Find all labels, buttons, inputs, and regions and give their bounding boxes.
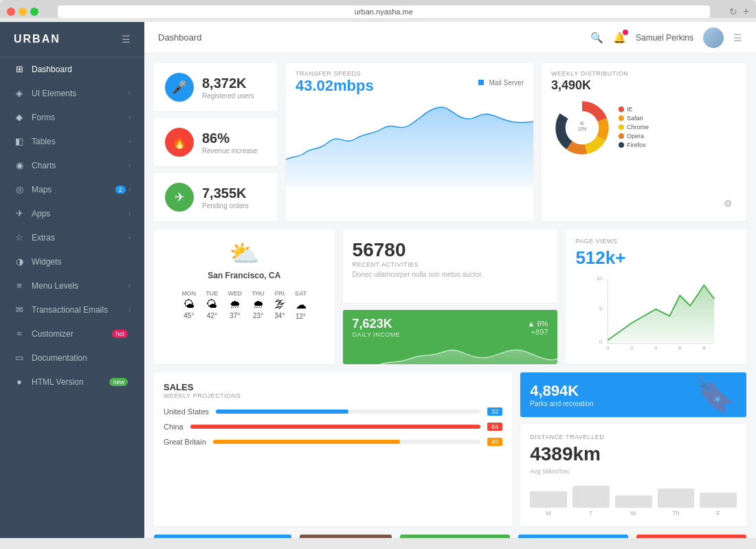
stat-info: 7,355K Pending orders [202,186,267,210]
chevron-right-icon: › [129,137,131,145]
header-menu-icon[interactable]: ☰ [733,32,742,43]
search-icon[interactable]: 🔍 [590,32,603,44]
maximize-button[interactable] [30,8,38,16]
pv-chart: 10 5 0 0 2 4 6 8 [575,271,737,356]
avatar[interactable] [703,27,724,48]
sidebar-item-apps[interactable]: ✈ Apps › [0,201,144,225]
sales-badge: 64 [487,423,502,431]
docs-icon: ▭ [14,352,25,363]
sidebar-item-ui-elements[interactable]: ◈ UI Elements › [0,81,144,105]
income-header: 7,623K DAILY INCOME ▲ 6% +897 [343,310,558,345]
sidebar-item-customizer[interactable]: ≈ Customizer hot [0,322,144,346]
sidebar-item-tables[interactable]: ◧ Tables › [0,129,144,153]
forecast-wed: WED 🌧 37° [227,290,242,320]
sales-bar-container [213,440,480,444]
svg-text:2: 2 [630,345,634,351]
sales-bar-container [190,425,480,429]
transfer-label: TRANSFER SPEEDS [296,70,374,77]
sales-bar [216,410,348,414]
minimize-button[interactable] [19,8,27,16]
sidebar-item-label: Widgets [32,257,131,267]
sidebar-item-label: Apps [32,209,129,219]
new-tab-button[interactable]: + [743,5,749,18]
settings-icon[interactable]: ⚙ [724,198,733,209]
distance-value: 4389km [530,443,737,465]
temperature-card: 14°C SAN FRANCISCO, CA 🌦 [300,535,392,538]
svg-text:0: 0 [606,345,610,351]
sidebar-item-label: Tables [32,137,129,146]
donut-chart: IE 15% [551,97,613,159]
sales-bar-container [216,410,480,414]
sidebar-item-charts[interactable]: ◉ Charts › [0,153,144,177]
row-3: SALES WEEKLY PROJECTIONS United States 3… [154,372,746,526]
refresh-icon[interactable]: ↻ [729,6,737,17]
chevron-right-icon: › [129,89,131,97]
chevron-right-icon: › [129,282,131,289]
sidebar-item-transactional-emails[interactable]: ✉ Transactional Emails › [0,298,144,322]
main-content: Dashboard 🔍 🔔 Samuel Perkins ☰ [144,22,756,538]
weather-card: ⛅ San Francisco, CA MON 🌤 45° TUE 🌤 42° [154,229,335,364]
row-1: 🎤 8,372K Registered users 🔥 86% Revenue … [154,63,746,221]
dist-bar-m [530,491,567,508]
sidebar-item-extras[interactable]: ☆ Extras › [0,225,144,249]
sidebar-item-forms[interactable]: ◆ Forms › [0,105,144,129]
dashboard-body: 🎤 8,372K Registered users 🔥 86% Revenue … [144,54,756,538]
close-button[interactable] [7,8,15,16]
stat-value: 8,372K [202,76,267,91]
sidebar-item-html-version[interactable]: ● HTML Version new [0,370,144,394]
sidebar-item-widgets[interactable]: ◑ Widgets [0,249,144,273]
email-icon: ✉ [14,304,25,315]
country-label: United States [164,407,209,416]
sidebar-item-label: Maps [32,185,115,194]
chevron-right-icon: › [129,234,131,241]
transfer-speeds-card: TRANSFER SPEEDS 43.02mbps Mail Server [286,63,533,221]
sales-item-china: China 64 [164,423,502,431]
sidebar-item-dashboard[interactable]: ⊞ Dashboard [0,57,144,81]
sales-card: SALES WEEKLY PROJECTIONS United States 3… [154,372,512,526]
sales-subtitle: WEEKLY PROJECTIONS [164,392,502,399]
extras-icon: ☆ [14,232,25,243]
sidebar-item-label: Dashboard [32,65,131,74]
distance-label: Distance travelled [530,434,737,440]
sidebar-item-label: HTML Version [32,377,109,387]
transfer-value: 43.02mbps [296,77,374,95]
hamburger-menu[interactable]: ☰ [122,34,131,45]
widgets-icon: ◑ [14,256,25,267]
income-chart [343,345,558,364]
sidebar-nav: ⊞ Dashboard ◈ UI Elements › ◆ Forms › ◧ … [0,57,144,538]
maps-icon: ◎ [14,184,25,194]
dist-label: WEEKLY DISTRIBUTION [551,70,737,77]
failed-stat-card: 28 FAILED [636,535,746,538]
tables-icon: ◧ [14,136,25,146]
sidebar-item-documentation[interactable]: ▭ Documentation [0,346,144,370]
sidebar-item-label: Documentation [32,353,131,363]
dashboard-icon: ⊞ [14,64,25,74]
hot-badge: hot [112,330,128,338]
url-bar[interactable]: urban.nyasha.me [58,5,710,18]
ui-elements-icon: ◈ [14,88,25,98]
transfer-chart [286,98,533,221]
window-controls [7,8,38,16]
revenue-icon: 🔥 [165,128,194,157]
dist-bar-th [658,489,695,508]
sidebar-item-menu-levels[interactable]: ≡ Menu Levels › [0,273,144,298]
top-header: Dashboard 🔍 🔔 Samuel Perkins ☰ [144,22,756,54]
sidebar-item-maps[interactable]: ◎ Maps 2 › [0,177,144,201]
user-name-label: Samuel Perkins [636,33,693,43]
users-icon: 🎤 [165,73,194,102]
new-badge: new [109,378,128,386]
sidebar-item-label: Extras [32,233,129,243]
chevron-right-icon: › [129,306,131,313]
svg-text:15%: 15% [578,126,587,131]
chevron-right-icon: › [129,210,131,217]
sales-bar [190,425,480,429]
page-views-card: PAGE VIEWS 512k+ 10 5 0 0 [566,229,746,364]
activities-description: Donec ullamcorper nulla non metus auctor… [353,271,548,278]
distance-avg: Avg 56km/Sec [530,468,737,475]
weather-forecast: MON 🌤 45° TUE 🌤 42° WED 🌧 37° [181,290,307,320]
chevron-right-icon: › [129,161,131,169]
bookmark-icon: 🔖 [694,376,735,414]
sidebar-item-label: Charts [32,161,129,170]
notification-icon[interactable]: 🔔 [613,32,626,44]
row-4: Samuel Perkins San Francisco, CA Interac… [154,535,746,538]
